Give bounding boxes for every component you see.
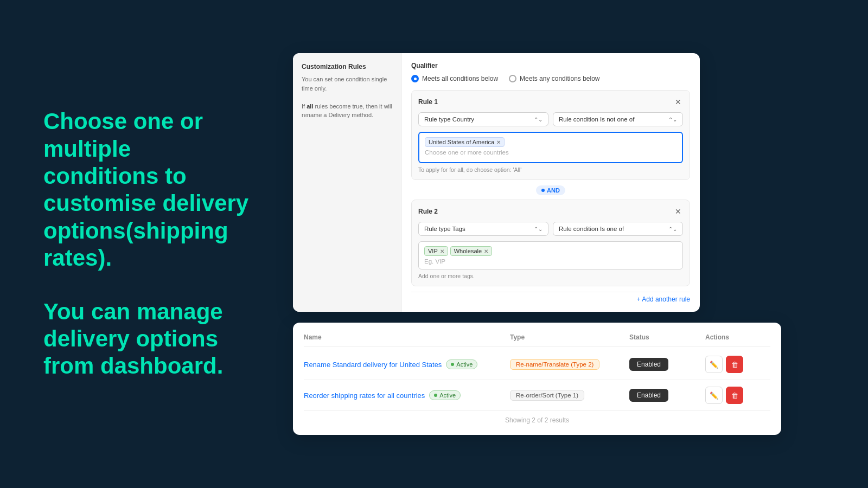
table-row: Rename Standard delivery for United Stat… <box>304 349 770 380</box>
rule-1-condition-select[interactable]: Rule condition Is not one of ⌃⌄ <box>553 112 683 126</box>
qualifier-option-all[interactable]: Meets all conditions below <box>411 75 498 82</box>
qualifier-option-all-label: Meets all conditions below <box>422 75 498 82</box>
edit-icon: ✏️ <box>710 391 718 400</box>
row-1-delete-button[interactable]: 🗑 <box>726 356 743 373</box>
row-2-active-dot <box>434 394 437 397</box>
col-header-type: Type <box>510 333 629 341</box>
edit-icon: ✏️ <box>710 361 718 369</box>
row-2-type-cell: Re-order/Sort (Type 1) <box>510 390 629 401</box>
sidebar-description: You can set one condition single time on… <box>302 75 392 120</box>
rule-2-title: Rule 2 <box>418 208 438 215</box>
heading-2: You can manage delivery options from das… <box>43 298 250 380</box>
rule-2-close-button[interactable]: ✕ <box>673 207 683 216</box>
row-1-edit-button[interactable]: ✏️ <box>705 356 723 373</box>
rule-2-tags-row: VIP ✕ Wholesale ✕ <box>424 246 677 256</box>
sidebar-title: Customization Rules <box>302 63 392 70</box>
rule-1-country-placeholder: Choose one or more countries <box>425 149 676 156</box>
rule-2-type-chevron: ⌃⌄ <box>534 226 542 232</box>
row-2-active-badge: Active <box>429 390 461 400</box>
rule-2-selects: Rule type Tags ⌃⌄ Rule condition Is one … <box>418 222 683 236</box>
right-panel: Customization Rules You can set one cond… <box>282 31 868 457</box>
and-dot-icon <box>541 189 545 192</box>
rule-1-hint: To apply for for all, do choose option: … <box>418 166 683 173</box>
rule-2-tag-wholesale-remove[interactable]: ✕ <box>484 248 488 254</box>
rule-2-condition-text: Rule condition Is one of <box>559 226 624 232</box>
rules-main-content: Qualifier Meets all conditions below Mee… <box>401 53 700 312</box>
table-container: Name Type Status Actions Rename Standard… <box>293 323 781 435</box>
row-1-type-badge: Re-name/Translate (Type 2) <box>510 359 599 370</box>
col-header-status: Status <box>629 333 705 341</box>
row-2-status-cell: Enabled <box>629 389 705 402</box>
table-header: Name Type Status Actions <box>304 331 770 347</box>
row-1-name-link[interactable]: Rename Standard delivery for United Stat… <box>304 361 442 369</box>
qualifier-label: Qualifier <box>411 62 690 69</box>
row-2-name-link[interactable]: Reorder shipping rates for all countries <box>304 391 425 400</box>
rule-2-type-select[interactable]: Rule type Tags ⌃⌄ <box>418 222 548 236</box>
rule-1-selects: Rule type Country ⌃⌄ Rule condition Is n… <box>418 112 683 126</box>
qualifier-options: Meets all conditions below Meets any con… <box>411 75 690 82</box>
and-badge: AND <box>536 185 565 195</box>
row-2-edit-button[interactable]: ✏️ <box>705 387 723 404</box>
rule-1-country-input[interactable]: United States of America ✕ Choose one or… <box>418 132 683 163</box>
rule-2-input-placeholder: Eg. VIP <box>424 258 677 265</box>
rule-1-header: Rule 1 ✕ <box>418 97 683 107</box>
row-1-type-cell: Re-name/Translate (Type 2) <box>510 359 629 370</box>
delivery-options-table-card: Name Type Status Actions Rename Standard… <box>293 323 781 435</box>
rule-2-condition-chevron: ⌃⌄ <box>668 226 677 232</box>
delete-icon: 🗑 <box>731 361 738 369</box>
delete-icon: 🗑 <box>731 391 738 400</box>
and-connector: AND <box>411 185 690 195</box>
rule-1-title: Rule 1 <box>418 98 438 106</box>
qualifier-option-any[interactable]: Meets any conditions below <box>509 75 599 82</box>
rule-2-tag-vip-remove[interactable]: ✕ <box>440 248 444 254</box>
row-1-active-dot <box>451 363 454 366</box>
col-header-actions: Actions <box>705 333 770 341</box>
row-1-active-badge: Active <box>446 359 477 369</box>
rule-1-tag-usa: United States of America ✕ <box>425 137 505 147</box>
rule-1-type-select[interactable]: Rule type Country ⌃⌄ <box>418 112 548 126</box>
row-1-enabled-button[interactable]: Enabled <box>629 358 668 371</box>
rule-1-tag-usa-remove[interactable]: ✕ <box>496 139 501 145</box>
rule-1-tags-row: United States of America ✕ <box>425 137 676 147</box>
rule-1-close-button[interactable]: ✕ <box>673 97 683 107</box>
rule-2-hint: Add one or more tags. <box>418 273 683 279</box>
col-header-name: Name <box>304 333 510 341</box>
table-row: Reorder shipping rates for all countries… <box>304 380 770 411</box>
row-2-actions-cell: ✏️ 🗑 <box>705 387 770 404</box>
row-2-enabled-button[interactable]: Enabled <box>629 389 668 402</box>
row-2-delete-button[interactable]: 🗑 <box>726 387 743 404</box>
row-1-name-cell: Rename Standard delivery for United Stat… <box>304 359 510 369</box>
rule-2-header: Rule 2 ✕ <box>418 207 683 216</box>
sidebar-info: Customization Rules You can set one cond… <box>293 53 401 312</box>
rule-2-condition-select[interactable]: Rule condition Is one of ⌃⌄ <box>553 222 683 236</box>
rule-1-block: Rule 1 ✕ Rule type Country ⌃⌄ Rule condi… <box>411 90 690 180</box>
rule-1-type-text: Rule type Country <box>424 116 474 123</box>
row-1-actions-cell: ✏️ 🗑 <box>705 356 770 373</box>
rule-2-tags-input[interactable]: VIP ✕ Wholesale ✕ Eg. VIP <box>418 241 683 269</box>
rule-2-type-text: Rule type Tags <box>424 226 465 232</box>
rule-2-tag-wholesale: Wholesale ✕ <box>450 246 492 256</box>
rule-1-condition-chevron: ⌃⌄ <box>668 117 677 123</box>
qualifier-option-any-label: Meets any conditions below <box>520 75 599 82</box>
rule-1-type-chevron: ⌃⌄ <box>534 117 542 123</box>
row-2-type-badge: Re-order/Sort (Type 1) <box>510 390 584 401</box>
row-2-name-cell: Reorder shipping rates for all countries… <box>304 390 510 400</box>
rule-1-condition-text: Rule condition Is not one of <box>559 116 634 123</box>
rule-2-block: Rule 2 ✕ Rule type Tags ⌃⌄ Rule conditio… <box>411 200 690 286</box>
radio-empty-icon <box>509 75 516 82</box>
row-1-status-cell: Enabled <box>629 358 705 371</box>
customization-rules-card: Customization Rules You can set one cond… <box>293 53 700 312</box>
heading-1: Choose one or multiple conditions to cus… <box>43 108 250 272</box>
add-another-rule-button[interactable]: + Add another rule <box>411 292 690 303</box>
left-panel: Choose one or multiple conditions to cus… <box>0 75 282 413</box>
radio-filled-icon <box>411 75 419 82</box>
table-footer: Showing 2 of 2 results <box>304 411 770 426</box>
rule-2-tag-vip: VIP ✕ <box>424 246 448 256</box>
